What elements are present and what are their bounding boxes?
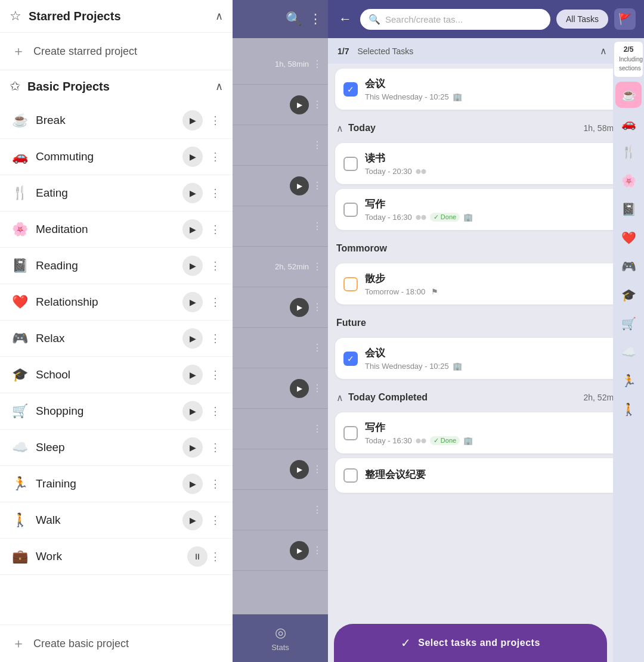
middle-play-btn-3[interactable]: ▶ — [290, 176, 309, 195]
middle-dots-4[interactable]: ⋮ — [312, 220, 322, 232]
task-checkbox-t2[interactable] — [343, 203, 358, 217]
meditation-play-button[interactable]: ▶ — [182, 219, 203, 240]
reading-play-button[interactable]: ▶ — [182, 256, 203, 276]
relationship-play-button[interactable]: ▶ — [182, 292, 203, 312]
middle-dots-9[interactable]: ⋮ — [312, 423, 322, 434]
heart-icon[interactable]: ❤️ — [615, 225, 642, 251]
flag-icon: ⚑ — [431, 287, 438, 296]
task-checkbox-featured[interactable] — [343, 82, 358, 97]
training-more-icon[interactable]: ⋮ — [208, 475, 223, 493]
more-icon[interactable]: ⋮ — [309, 11, 322, 27]
work-more-icon[interactable]: ⋮ — [208, 548, 223, 565]
relax-more-icon[interactable]: ⋮ — [208, 330, 223, 347]
section-chevron-icon[interactable]: ∧ — [336, 123, 343, 134]
create-basic-button[interactable]: ＋ Create basic project — [0, 624, 233, 662]
middle-dots-8[interactable]: ⋮ — [312, 383, 322, 394]
project-item-relationship[interactable]: ❤️Relationship▶⋮ — [0, 284, 233, 321]
middle-dots-1[interactable]: ⋮ — [312, 99, 322, 110]
grad-icon[interactable]: 🎓 — [615, 282, 642, 308]
starred-projects-header[interactable]: ☆ Starred Projects ∧ — [0, 0, 233, 32]
all-tasks-button[interactable]: All Tasks — [556, 10, 608, 29]
sleep-play-button[interactable]: ▶ — [182, 437, 203, 458]
middle-play-btn-10[interactable]: ▶ — [290, 460, 309, 479]
walk-more-icon[interactable]: ⋮ — [208, 511, 223, 529]
task-card-t6[interactable]: 整理会议纪要⋮ — [335, 458, 637, 493]
shopping-more-icon[interactable]: ⋮ — [208, 402, 223, 420]
walk-play-button[interactable]: ▶ — [182, 510, 203, 530]
task-card-t3[interactable]: 散步Tomorrow - 18:00⚑⋮ — [335, 263, 637, 304]
middle-dots-3[interactable]: ⋮ — [312, 180, 322, 191]
task-card-t2[interactable]: 写作Today - 16:30⬤⬤✓ Done🏢⋮ — [335, 189, 637, 230]
car-icon[interactable]: 🚗 — [615, 110, 642, 136]
middle-dots-2[interactable]: ⋮ — [312, 139, 322, 151]
fork-icon[interactable]: 🍴 — [615, 139, 642, 165]
create-starred-button[interactable]: ＋ Create starred project — [0, 32, 233, 70]
featured-task-card[interactable]: 会议 This Wednesday - 10:25 🏢 ⋮ — [335, 69, 637, 110]
middle-dots-0[interactable]: ⋮ — [312, 58, 322, 70]
search-bar[interactable]: 🔍 Search/create tas... — [360, 9, 550, 30]
middle-play-btn-12[interactable]: ▶ — [290, 541, 309, 560]
break-more-icon[interactable]: ⋮ — [208, 111, 223, 129]
walk-icon[interactable]: 🚶 — [615, 396, 642, 422]
middle-dots-11[interactable]: ⋮ — [312, 504, 322, 515]
relax-play-button[interactable]: ▶ — [182, 328, 203, 349]
middle-play-btn-1[interactable]: ▶ — [290, 95, 309, 114]
task-checkbox-t5[interactable] — [343, 426, 358, 440]
middle-play-btn-6[interactable]: ▶ — [290, 298, 309, 317]
work-pause-button[interactable]: ⏸ — [187, 546, 208, 567]
task-checkbox-t4[interactable] — [343, 352, 358, 366]
task-card-t4[interactable]: 会议This Wednesday - 10:25🏢⋮ — [335, 338, 637, 379]
game-icon[interactable]: 🎮 — [615, 253, 642, 279]
project-item-shopping[interactable]: 🛒Shopping▶⋮ — [0, 393, 233, 430]
eating-play-button[interactable]: ▶ — [182, 183, 203, 203]
basic-projects-header[interactable]: ✩ Basic Projects ∧ — [0, 70, 233, 102]
break-icon[interactable]: ☕ — [615, 82, 642, 108]
book-icon[interactable]: 📓 — [615, 196, 642, 222]
relationship-more-icon[interactable]: ⋮ — [208, 293, 223, 311]
eating-more-icon[interactable]: ⋮ — [208, 184, 223, 202]
middle-dots-7[interactable]: ⋮ — [312, 342, 322, 353]
school-more-icon[interactable]: ⋮ — [208, 366, 223, 384]
back-button[interactable]: ← — [336, 9, 354, 29]
task-card-t1[interactable]: 读书Today - 20:30⬤⬤⋮ — [335, 143, 637, 184]
run-icon[interactable]: 🏃 — [615, 368, 642, 394]
project-item-training[interactable]: 🏃Training▶⋮ — [0, 466, 233, 502]
project-item-reading[interactable]: 📓Reading▶⋮ — [0, 248, 233, 284]
select-tasks-bar[interactable]: ✓ Select tasks and projects — [334, 624, 607, 662]
project-item-commuting[interactable]: 🚗Commuting▶⋮ — [0, 139, 233, 175]
project-item-sleep[interactable]: ☁️Sleep▶⋮ — [0, 430, 233, 466]
meditation-more-icon[interactable]: ⋮ — [208, 220, 223, 238]
project-item-relax[interactable]: 🎮Relax▶⋮ — [0, 321, 233, 357]
project-item-walk[interactable]: 🚶Walk▶⋮ — [0, 502, 233, 539]
project-item-eating[interactable]: 🍴Eating▶⋮ — [0, 175, 233, 212]
middle-play-btn-8[interactable]: ▶ — [290, 379, 309, 398]
cloud-icon[interactable]: ☁️ — [615, 339, 642, 365]
section-chevron-icon[interactable]: ∧ — [336, 392, 343, 403]
cart-icon[interactable]: 🛒 — [615, 310, 642, 337]
task-checkbox-t1[interactable] — [343, 157, 358, 171]
project-item-break[interactable]: ☕Break▶⋮ — [0, 102, 233, 139]
stats-footer[interactable]: ◎ Stats — [233, 614, 328, 662]
break-play-button[interactable]: ▶ — [182, 110, 203, 130]
school-icon: 🎓 — [10, 367, 30, 383]
middle-dots-10[interactable]: ⋮ — [312, 464, 322, 475]
training-play-button[interactable]: ▶ — [182, 474, 203, 494]
task-card-t5[interactable]: 写作Today - 16:30⬤⬤✓ Done🏢⋮ — [335, 412, 637, 453]
middle-dots-6[interactable]: ⋮ — [312, 302, 322, 313]
task-checkbox-t6[interactable] — [343, 468, 358, 483]
sleep-more-icon[interactable]: ⋮ — [208, 439, 223, 456]
reading-more-icon[interactable]: ⋮ — [208, 257, 223, 275]
project-item-meditation[interactable]: 🌸Meditation▶⋮ — [0, 212, 233, 248]
shopping-play-button[interactable]: ▶ — [182, 401, 203, 421]
search-icon[interactable]: 🔍 — [286, 11, 302, 27]
task-checkbox-t3[interactable] — [343, 277, 358, 291]
project-item-work[interactable]: 💼Work⏸⋮ — [0, 539, 233, 575]
commuting-more-icon[interactable]: ⋮ — [208, 148, 223, 166]
flag-button[interactable]: 🚩 — [614, 8, 636, 30]
school-play-button[interactable]: ▶ — [182, 365, 203, 385]
middle-dots-5[interactable]: ⋮ — [312, 261, 322, 272]
project-item-school[interactable]: 🎓School▶⋮ — [0, 357, 233, 393]
middle-dots-12[interactable]: ⋮ — [312, 545, 322, 556]
commuting-play-button[interactable]: ▶ — [182, 147, 203, 167]
flower-icon[interactable]: 🌸 — [615, 167, 642, 194]
